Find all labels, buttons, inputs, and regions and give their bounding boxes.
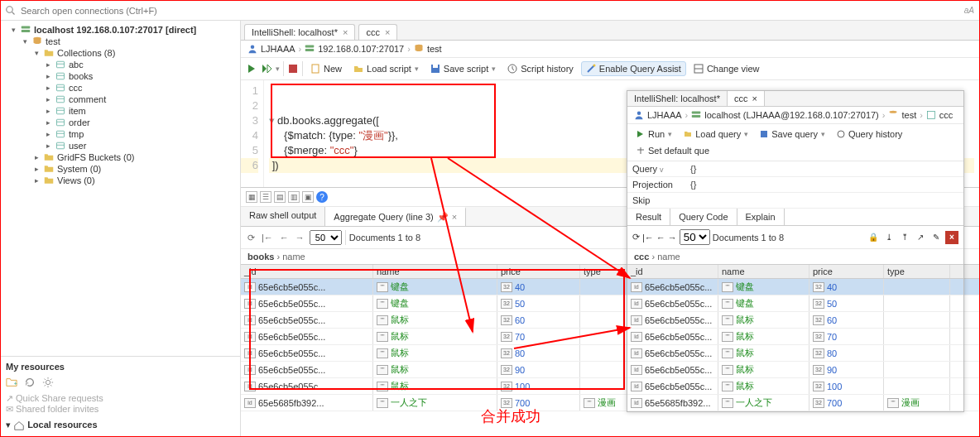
collection-icon [926,110,936,120]
subtab-aggregate[interactable]: Aggregate Query (line 3)📌× [325,207,466,226]
run-icon[interactable] [246,63,257,74]
collection-node[interactable]: ▸item [4,105,237,117]
quick-share-link[interactable]: ↗ Quick Share requests [6,393,235,404]
refresh-icon[interactable]: ⟳ [632,232,640,243]
local-resources-label[interactable]: Local resources [27,420,97,430]
new-button[interactable]: New [306,62,346,75]
close-icon[interactable]: × [452,212,457,222]
user-icon [247,44,257,54]
collection-node[interactable]: ▸order [4,117,237,128]
next-icon[interactable]: → [294,233,306,243]
run-sel-icon[interactable] [261,63,272,74]
collection-node[interactable]: ▸books [4,70,237,82]
table-row[interactable]: id65e6cb5e055c...""鼠标3270 [627,329,963,345]
status-box-icon[interactable]: ▦ [246,191,257,203]
script-history-button[interactable]: Script history [503,62,578,75]
search-input[interactable] [21,6,236,16]
collection-icon [55,118,65,127]
shared-folder-link[interactable]: ✉ Shared folder invites [6,404,235,415]
query-history-button[interactable]: Query history [833,127,906,141]
status-box-icon[interactable]: ▤ [274,191,286,203]
server-icon [691,110,701,120]
views-folder[interactable]: ▸Views (0) [4,175,237,186]
close-icon[interactable]: × [752,94,757,103]
str-badge-icon: "" [722,365,733,375]
svg-point-23 [251,46,255,50]
gridfs-folder[interactable]: ▸GridFS Buckets (0) [4,151,237,163]
connection-node[interactable]: ▾ localhost 192.168.0.107:27017 [direct] [4,24,237,36]
table-row[interactable]: id65e6cb5e055c...""鼠标3260 [627,312,963,329]
delete-icon[interactable]: × [945,231,958,244]
page-size-select[interactable]: 50 [680,229,710,245]
chevron-down-icon[interactable]: v [660,166,664,174]
export-icon[interactable]: ⤓ [882,231,896,244]
edit-icon[interactable]: ✎ [930,231,943,244]
prev-icon[interactable]: ← [278,233,291,243]
refresh-icon[interactable] [24,377,36,388]
run-button[interactable]: Run▾ [632,127,676,141]
status-box-icon[interactable]: ▥ [288,191,300,203]
next-icon[interactable]: → [668,233,677,243]
load-query-button[interactable]: Load query▾ [680,127,752,141]
table-row[interactable]: id65e5685fb392...""一人之下32700""漫画 [627,395,963,411]
id-badge-icon: id [631,348,642,358]
stop-icon[interactable] [287,63,299,74]
collection-node[interactable]: ▸tmp [4,128,237,140]
gear-icon[interactable] [42,377,54,388]
overlay-grid[interactable]: _id name price type id65e6cb5e055c...""键… [627,264,963,411]
load-script-button[interactable]: Load script▾ [349,62,423,75]
tab-ccc[interactable]: ccc× [728,91,765,106]
share-icon[interactable]: ↗ [914,231,927,244]
status-box-icon[interactable]: ▣ [302,191,314,203]
subtab-result[interactable]: Result [627,209,670,225]
status-box-icon[interactable]: ☰ [260,191,271,203]
projection-input[interactable]: {} [685,177,963,192]
table-row[interactable]: id65e6cb5e055c...""键盘3250 [627,295,963,312]
overlay-tabs: IntelliShell: localhost* ccc× [627,91,963,107]
database-node[interactable]: ▾ test [4,36,237,47]
change-view-button[interactable]: Change view [689,62,764,75]
system-folder[interactable]: ▸System (0) [4,163,237,175]
tab-ccc[interactable]: ccc× [358,24,397,40]
refresh-icon[interactable]: ⟳ [246,233,257,243]
collection-node[interactable]: ▸abc [4,59,237,70]
first-icon[interactable]: |← [260,233,275,243]
str-badge-icon: "" [722,299,733,309]
subtab-querycode[interactable]: Query Code [670,209,737,225]
lock-icon[interactable]: 🔒 [867,231,880,244]
collection-node[interactable]: ▸comment [4,94,237,105]
collections-folder[interactable]: ▾ Collections (8) [4,47,237,59]
subtab-raw[interactable]: Raw shell output [241,207,325,226]
export-icon[interactable]: ⤒ [898,231,911,244]
subtab-explain[interactable]: Explain [737,209,785,225]
tab-intellishell[interactable]: IntelliShell: localhost*× [244,24,355,40]
pin-icon[interactable]: 📌 [437,212,449,222]
help-icon[interactable]: ? [316,191,328,203]
skip-input[interactable] [685,198,963,203]
query-input[interactable]: {} [685,161,963,176]
collection-node[interactable]: ▸user [4,140,237,151]
editor-gutter: 123456 [241,80,264,187]
query-assist-button[interactable]: Enable Query Assist [581,61,686,76]
save-query-button[interactable]: Save query▾ [756,127,829,141]
tab-intellishell[interactable]: IntelliShell: localhost* [627,91,728,106]
close-icon[interactable]: × [385,27,390,37]
table-row[interactable]: id65e6cb5e055c...""键盘3240 [627,279,963,295]
close-icon[interactable]: × [343,27,348,37]
aa-icon[interactable]: aA [964,6,974,15]
collection-node[interactable]: ▸ccc [4,82,237,94]
set-default-button[interactable]: Set default que [632,144,713,157]
table-row[interactable]: id65e6cb5e055c...""鼠标32100 [627,378,963,395]
svg-rect-40 [761,131,767,137]
save-script-button[interactable]: Save script▾ [426,62,500,75]
page-size-select[interactable]: 50 [310,230,342,245]
table-row[interactable]: id65e6cb5e055c...""鼠标3280 [627,345,963,362]
connection-tree[interactable]: ▾ localhost 192.168.0.107:27017 [direct]… [1,21,240,356]
prev-icon[interactable]: ← [656,233,665,243]
folder-plus-icon[interactable]: + [6,377,17,388]
server-icon [21,25,31,35]
first-icon[interactable]: |← [642,233,654,243]
num-badge-icon: 32 [813,282,824,292]
doc-count-label: Documents 1 to 8 [349,233,420,243]
table-row[interactable]: id65e6cb5e055c...""鼠标3290 [627,362,963,378]
